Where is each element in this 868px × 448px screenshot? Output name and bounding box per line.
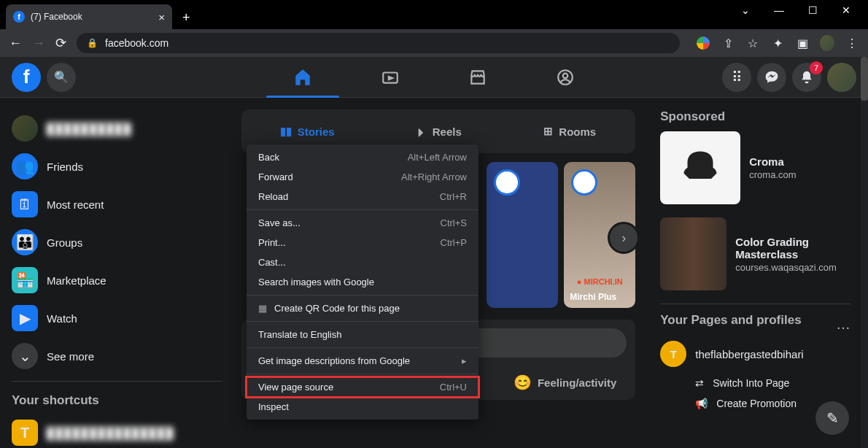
menu-item-save-as-[interactable]: Save as...Ctrl+S (247, 213, 478, 233)
menu-item-translate-to-english[interactable]: Translate to English (247, 325, 478, 344)
google-icon[interactable] (696, 36, 710, 50)
bookmark-star-icon[interactable]: ☆ (745, 36, 760, 50)
minimize-button[interactable]: — (770, 4, 788, 16)
apps-icon[interactable]: ▣ (795, 36, 810, 50)
tab-icon: ⊞ (543, 125, 553, 138)
sidebar-icon: 👪 (12, 229, 38, 255)
maximize-button[interactable]: ☐ (804, 4, 821, 16)
menu-item-cast-[interactable]: Cast... (247, 252, 478, 272)
window-controls: ⌄ — ☐ ✕ (737, 0, 868, 16)
share-icon[interactable]: ⇪ (721, 36, 735, 50)
nav-groups[interactable] (525, 57, 605, 98)
search-icon: 🔍 (54, 70, 69, 84)
shortcut-item[interactable]: T███████████████ (6, 414, 228, 448)
profile-avatar[interactable] (827, 63, 856, 92)
switch-icon: ⇄ (695, 377, 704, 389)
scroll-thumb[interactable] (861, 57, 868, 101)
sidebar-label: Friends (47, 161, 83, 173)
compose-label: Feeling/activity (538, 376, 616, 389)
reload-button[interactable]: ⟳ (55, 35, 66, 51)
menu-item-forward[interactable]: ForwardAlt+Right Arrow (247, 167, 478, 187)
menu-label: Translate to English (258, 329, 341, 340)
facebook-top-nav (263, 57, 605, 98)
notification-badge: 7 (810, 61, 823, 74)
menu-separator (247, 374, 478, 374)
chrome-profile-avatar[interactable] (820, 36, 834, 50)
shortcut-icon: T (12, 420, 38, 446)
sidebar-item-watch[interactable]: ▶Watch (6, 299, 228, 337)
ad-domain: courses.waqasqazi.com (735, 262, 850, 273)
nav-home[interactable] (263, 57, 343, 98)
ad-title: Croma (749, 155, 796, 168)
sidebar-label: Marketplace (47, 274, 106, 287)
tab-icon: ⏵ (416, 125, 427, 138)
grid-icon: ⠿ (732, 69, 743, 86)
sidebar-item-groups[interactable]: 👪Groups (6, 223, 228, 261)
pages-heading: Your Pages and profiles (660, 313, 801, 328)
nav-watch[interactable] (350, 57, 430, 98)
floating-edit-button[interactable]: ✎ (815, 401, 849, 435)
browser-tab[interactable]: f (7) Facebook × (6, 4, 172, 29)
scrollbar[interactable] (861, 57, 868, 448)
menu-separator (247, 209, 478, 210)
sidebar-icon: 👥 (12, 153, 38, 179)
tab-close-icon[interactable]: × (158, 11, 165, 23)
menu-item-view-page-source[interactable]: View page sourceCtrl+U (247, 377, 478, 397)
search-button[interactable]: 🔍 (47, 63, 76, 92)
sidebar-item-marketplace[interactable]: 🏪Marketplace (6, 261, 228, 299)
sidebar-item-see-more[interactable]: ⌄See more (6, 337, 228, 375)
url-input[interactable]: 🔒 facebook.com (77, 33, 680, 53)
svg-point-2 (563, 73, 568, 77)
menu-item-reload[interactable]: ReloadCtrl+R (247, 187, 478, 206)
switch-page-link[interactable]: ⇄ Switch Into Page (660, 373, 850, 393)
chevron-down-icon[interactable]: ⌄ (737, 4, 754, 16)
menu-grid-button[interactable]: ⠿ (722, 63, 751, 92)
menu-item-print-[interactable]: Print...Ctrl+P (247, 233, 478, 252)
sidebar-item-friends[interactable]: 👥Friends (6, 147, 228, 185)
menu-label: Reload (258, 191, 288, 202)
new-tab-button[interactable]: + (182, 10, 190, 26)
close-window-button[interactable]: ✕ (837, 4, 855, 16)
back-button[interactable]: ← (9, 36, 22, 51)
menu-label: Get image descriptions from Google (258, 355, 410, 366)
compose-feeling-activity[interactable]: 😊Feeling/activity (503, 368, 627, 397)
menu-item-create-qr-code-for-this-page[interactable]: ▦Create QR Code for this page (247, 298, 478, 318)
sidebar-label: ██████████ (47, 123, 131, 135)
shortcuts-heading: Your shortcuts (6, 387, 228, 414)
menu-label: Save as... (258, 217, 301, 228)
notifications-button[interactable]: 7 (792, 63, 821, 92)
ad-image (660, 131, 740, 204)
sponsored-ad[interactable]: Color Grading Masterclasscourses.waqasqa… (660, 217, 850, 290)
nav-marketplace[interactable] (438, 57, 518, 98)
sponsored-ad[interactable]: Cromacroma.com (660, 131, 850, 204)
messenger-button[interactable] (757, 63, 786, 92)
extensions-icon[interactable]: ✦ (770, 36, 785, 50)
address-bar: ← → ⟳ 🔒 facebook.com ⇪ ☆ ✦ ▣ ⋮ (0, 29, 868, 57)
sidebar-label: See more (47, 350, 94, 363)
facebook-logo[interactable]: f (12, 63, 41, 92)
facebook-favicon: f (13, 11, 25, 23)
context-menu: BackAlt+Left ArrowForwardAlt+Right Arrow… (247, 144, 478, 420)
page-item[interactable]: T theflabbergastedbihari (660, 335, 850, 373)
menu-shortcut: Alt+Right Arrow (401, 171, 467, 182)
lock-icon: 🔒 (87, 38, 98, 48)
sidebar-item-most-recent[interactable]: 🗓Most recent (6, 185, 228, 223)
forward-button[interactable]: → (32, 36, 45, 51)
menu-item-search-images-with-google[interactable]: Search images with Google (247, 272, 478, 292)
menu-separator (247, 347, 478, 348)
menu-item-back[interactable]: BackAlt+Left Arrow (247, 147, 478, 167)
chrome-menu-icon[interactable]: ⋮ (845, 36, 859, 50)
story-card[interactable] (487, 162, 558, 308)
stories-next-button[interactable]: › (608, 222, 640, 254)
menu-item-inspect[interactable]: Inspect (247, 397, 478, 417)
tab-title: (7) Facebook (31, 12, 82, 22)
sidebar-label: Groups (47, 236, 82, 249)
tab-rooms[interactable]: ⊞Rooms (504, 109, 635, 153)
menu-shortcut: Ctrl+U (440, 382, 467, 393)
pages-menu-icon[interactable]: … (836, 316, 850, 333)
menu-item-get-image-descriptions-from-google[interactable]: Get image descriptions from Google▸ (247, 351, 478, 371)
edit-icon: ✎ (826, 409, 839, 427)
page-name: theflabbergastedbihari (695, 348, 803, 360)
sidebar-item-profile[interactable]: ██████████ (6, 109, 228, 147)
menu-label: Back (258, 152, 279, 163)
